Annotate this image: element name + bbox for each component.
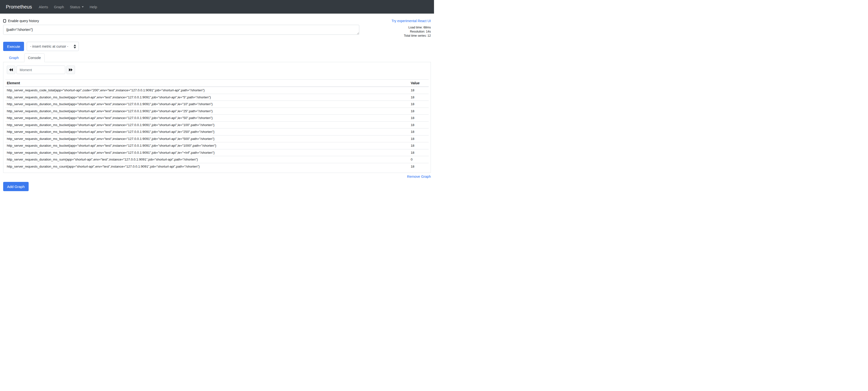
table-row: http_server_requests_code_total{app="sho… (5, 87, 429, 94)
value-cell: 18 (409, 149, 429, 156)
element-cell: http_server_requests_duration_ms_bucket{… (5, 149, 409, 156)
react-ui-link[interactable]: Try experimental React UI (392, 19, 431, 23)
enable-query-history-toggle[interactable]: Enable query history (3, 19, 39, 23)
query-history-label: Enable query history (8, 19, 39, 23)
select-arrows-icon (73, 45, 76, 49)
element-cell: http_server_requests_duration_ms_bucket{… (5, 135, 409, 142)
caret-down-icon (82, 6, 84, 7)
column-header-element: Element (5, 80, 409, 87)
nav-item-graph[interactable]: Graph (52, 3, 66, 11)
nav-item-status-label: Status (70, 5, 80, 9)
execute-button[interactable]: Execute (3, 42, 24, 51)
column-header-value: Value (409, 80, 429, 87)
add-graph-button[interactable]: Add Graph (3, 182, 29, 191)
top-navbar: Prometheus Alerts Graph Status Help (0, 0, 434, 13)
table-row: http_server_requests_duration_ms_bucket{… (5, 142, 429, 149)
value-cell: 18 (409, 121, 429, 129)
value-cell: 18 (409, 115, 429, 122)
console-panel: Element Value http_server_requests_code_… (3, 62, 431, 173)
table-row: http_server_requests_duration_ms_bucket{… (5, 94, 429, 101)
query-expression-input[interactable]: {path="/shorten"} (3, 25, 359, 35)
table-row: http_server_requests_duration_ms_bucket{… (5, 129, 429, 136)
brand-prometheus[interactable]: Prometheus (6, 4, 32, 10)
rewind-icon (9, 68, 13, 72)
time-forward-button[interactable] (66, 65, 75, 74)
table-row: http_server_requests_duration_ms_bucket{… (5, 101, 429, 108)
value-cell: 18 (409, 129, 429, 136)
nav-item-help[interactable]: Help (88, 3, 99, 11)
nav-item-alerts[interactable]: Alerts (37, 3, 50, 11)
value-cell: 18 (409, 108, 429, 115)
element-cell: http_server_requests_duration_ms_bucket{… (5, 142, 409, 149)
resolution-text: Resolution: 14s (359, 30, 431, 34)
table-row: http_server_requests_duration_ms_bucket{… (5, 108, 429, 115)
table-row: http_server_requests_duration_ms_bucket{… (5, 149, 429, 156)
element-cell: http_server_requests_duration_ms_bucket{… (5, 115, 409, 122)
value-cell: 18 (409, 142, 429, 149)
element-cell: http_server_requests_duration_ms_bucket{… (5, 108, 409, 115)
tab-graph[interactable]: Graph (6, 54, 22, 62)
value-cell: 18 (409, 135, 429, 142)
main-content: Enable query history Try experimental Re… (0, 19, 434, 191)
value-cell: 0 (409, 156, 429, 163)
query-history-checkbox[interactable] (3, 19, 6, 23)
total-time-series-text: Total time series: 12 (359, 34, 431, 38)
nav-item-status[interactable]: Status (68, 3, 86, 11)
remove-graph-link[interactable]: Remove Graph (407, 175, 431, 178)
fast-forward-icon (69, 68, 72, 72)
value-cell: 18 (409, 101, 429, 108)
table-row: http_server_requests_duration_ms_bucket{… (5, 121, 429, 129)
insert-metric-select-value: - insert metric at cursor - (30, 45, 68, 48)
value-cell: 18 (409, 94, 429, 101)
table-row: http_server_requests_duration_ms_count{a… (5, 163, 429, 170)
value-cell: 18 (409, 87, 429, 94)
element-cell: http_server_requests_duration_ms_bucket{… (5, 129, 409, 136)
time-rewind-button[interactable] (7, 65, 15, 74)
element-cell: http_server_requests_duration_ms_sum{app… (5, 156, 409, 163)
moment-input[interactable] (17, 65, 65, 74)
tab-console[interactable]: Console (24, 53, 44, 62)
navbar-menu: Alerts Graph Status Help (37, 3, 101, 11)
value-cell: 18 (409, 163, 429, 170)
element-cell: http_server_requests_duration_ms_bucket{… (5, 94, 409, 101)
table-row: http_server_requests_duration_ms_bucket{… (5, 115, 429, 122)
table-row: http_server_requests_duration_ms_sum{app… (5, 156, 429, 163)
element-cell: http_server_requests_duration_ms_bucket{… (5, 121, 409, 129)
insert-metric-select[interactable]: - insert metric at cursor - (27, 42, 79, 51)
load-time-text: Load time: 68ms (359, 26, 431, 30)
element-cell: http_server_requests_duration_ms_bucket{… (5, 101, 409, 108)
element-cell: http_server_requests_code_total{app="sho… (5, 87, 409, 94)
query-stats: Load time: 68ms Resolution: 14s Total ti… (359, 25, 431, 38)
element-cell: http_server_requests_duration_ms_count{a… (5, 163, 409, 170)
graph-console-tabs: Graph Console (3, 53, 431, 62)
table-row: http_server_requests_duration_ms_bucket{… (5, 135, 429, 142)
console-results-table: Element Value http_server_requests_code_… (5, 79, 429, 170)
